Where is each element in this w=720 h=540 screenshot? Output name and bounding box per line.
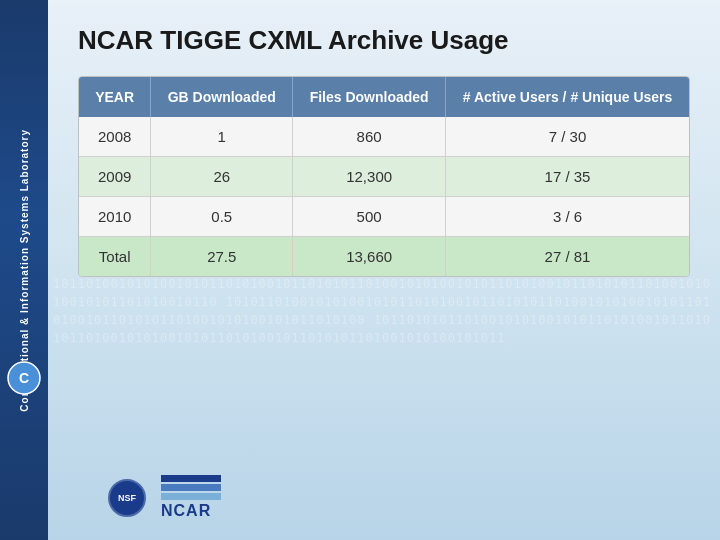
ncar-stripe-1 bbox=[161, 475, 221, 482]
cell-users-2008: 7 / 30 bbox=[446, 117, 689, 157]
ncar-logo: NCAR bbox=[161, 475, 221, 520]
table-row: 2010 0.5 500 3 / 6 bbox=[79, 197, 689, 237]
cell-year-2008: 2008 bbox=[79, 117, 151, 157]
cell-users-2009: 17 / 35 bbox=[446, 157, 689, 197]
cell-files-2008: 860 bbox=[293, 117, 446, 157]
cell-year-2009: 2009 bbox=[79, 157, 151, 197]
data-table-wrapper: YEAR GB Downloaded Files Downloaded # Ac… bbox=[78, 76, 690, 277]
table-row: 2008 1 860 7 / 30 bbox=[79, 117, 689, 157]
cell-users-2010: 3 / 6 bbox=[446, 197, 689, 237]
table-row-total: Total 27.5 13,660 27 / 81 bbox=[79, 237, 689, 277]
col-header-users: # Active Users / # Unique Users bbox=[446, 77, 689, 117]
cell-files-total: 13,660 bbox=[293, 237, 446, 277]
bottom-logos: NSF NCAR bbox=[108, 475, 221, 520]
col-header-files: Files Downloaded bbox=[293, 77, 446, 117]
cell-gb-2010: 0.5 bbox=[151, 197, 293, 237]
cell-gb-2008: 1 bbox=[151, 117, 293, 157]
content-area: 1011010010101001010110101001011010101101… bbox=[48, 0, 720, 540]
cell-users-total: 27 / 81 bbox=[446, 237, 689, 277]
ncar-stripe-2 bbox=[161, 484, 221, 491]
col-header-year: YEAR bbox=[79, 77, 151, 117]
page-title: NCAR TIGGE CXML Archive Usage bbox=[48, 0, 720, 76]
ncar-label: NCAR bbox=[161, 502, 211, 520]
sidebar: Computational & Information Systems Labo… bbox=[0, 0, 48, 540]
cell-gb-2009: 26 bbox=[151, 157, 293, 197]
cell-year-2010: 2010 bbox=[79, 197, 151, 237]
main-container: Computational & Information Systems Labo… bbox=[0, 0, 720, 540]
cell-files-2009: 12,300 bbox=[293, 157, 446, 197]
data-table: YEAR GB Downloaded Files Downloaded # Ac… bbox=[79, 77, 689, 276]
cell-year-total: Total bbox=[79, 237, 151, 277]
cell-gb-total: 27.5 bbox=[151, 237, 293, 277]
col-header-gb: GB Downloaded bbox=[151, 77, 293, 117]
nsf-logo: NSF bbox=[108, 479, 146, 517]
binary-text: 1011010010101001010110101001011010101101… bbox=[48, 270, 720, 352]
svg-text:C: C bbox=[19, 370, 29, 386]
ncar-stripe-3 bbox=[161, 493, 221, 500]
table-row: 2009 26 12,300 17 / 35 bbox=[79, 157, 689, 197]
cell-files-2010: 500 bbox=[293, 197, 446, 237]
